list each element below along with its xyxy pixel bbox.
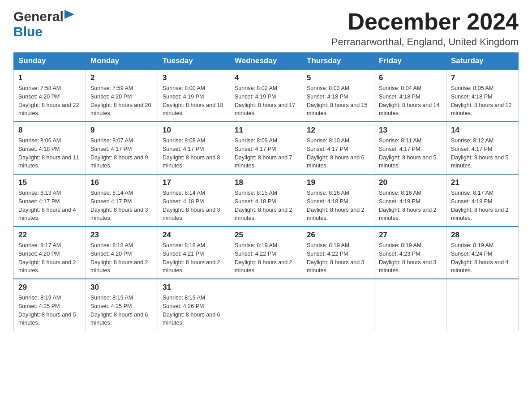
svg-marker-0 bbox=[64, 10, 74, 19]
calendar-cell bbox=[302, 279, 374, 331]
day-number: 20 bbox=[379, 178, 442, 187]
day-number: 18 bbox=[235, 178, 297, 187]
day-info: Sunrise: 8:19 AMSunset: 4:22 PMDaylight:… bbox=[235, 242, 292, 274]
day-number: 4 bbox=[235, 73, 297, 82]
calendar-cell: 1Sunrise: 7:58 AMSunset: 4:20 PMDaylight… bbox=[14, 69, 86, 122]
month-title: December 2024 bbox=[331, 9, 519, 34]
day-info: Sunrise: 8:03 AMSunset: 4:18 PMDaylight:… bbox=[307, 85, 368, 116]
day-number: 13 bbox=[379, 126, 442, 135]
calendar-cell: 31Sunrise: 8:19 AMSunset: 4:26 PMDayligh… bbox=[158, 279, 230, 331]
day-info: Sunrise: 8:07 AMSunset: 4:17 PMDaylight:… bbox=[90, 137, 148, 169]
day-number: 9 bbox=[90, 126, 153, 135]
day-number: 8 bbox=[18, 126, 81, 135]
calendar-cell: 23Sunrise: 8:18 AMSunset: 4:20 PMDayligh… bbox=[86, 227, 158, 279]
day-number: 27 bbox=[379, 231, 442, 240]
calendar-cell: 12Sunrise: 8:10 AMSunset: 4:17 PMDayligh… bbox=[302, 122, 374, 174]
calendar-week-2: 8Sunrise: 8:06 AMSunset: 4:18 PMDaylight… bbox=[14, 122, 519, 174]
day-number: 28 bbox=[451, 231, 514, 240]
day-info: Sunrise: 8:16 AMSunset: 4:19 PMDaylight:… bbox=[379, 190, 437, 221]
day-number: 1 bbox=[18, 73, 81, 82]
header-friday: Friday bbox=[374, 53, 446, 70]
day-number: 5 bbox=[307, 73, 369, 82]
day-info: Sunrise: 8:04 AMSunset: 4:18 PMDaylight:… bbox=[379, 85, 440, 116]
day-info: Sunrise: 8:19 AMSunset: 4:26 PMDaylight:… bbox=[163, 295, 220, 326]
calendar-cell bbox=[374, 279, 446, 331]
calendar-table: SundayMondayTuesdayWednesdayThursdayFrid… bbox=[13, 52, 519, 331]
day-info: Sunrise: 8:09 AMSunset: 4:17 PMDaylight:… bbox=[235, 137, 292, 169]
day-number: 12 bbox=[307, 126, 369, 135]
day-number: 30 bbox=[90, 283, 153, 292]
calendar-cell: 5Sunrise: 8:03 AMSunset: 4:18 PMDaylight… bbox=[302, 69, 374, 122]
day-number: 29 bbox=[18, 283, 81, 292]
day-info: Sunrise: 8:15 AMSunset: 4:18 PMDaylight:… bbox=[235, 190, 292, 221]
day-info: Sunrise: 8:05 AMSunset: 4:18 PMDaylight:… bbox=[451, 85, 512, 116]
header-thursday: Thursday bbox=[302, 53, 374, 70]
calendar-week-3: 15Sunrise: 8:13 AMSunset: 4:17 PMDayligh… bbox=[14, 174, 519, 227]
page-header: General Blue December 2024 Perranarworth… bbox=[13, 9, 519, 48]
day-number: 2 bbox=[90, 73, 153, 82]
calendar-cell: 15Sunrise: 8:13 AMSunset: 4:17 PMDayligh… bbox=[14, 174, 86, 227]
day-number: 24 bbox=[163, 231, 225, 240]
day-number: 31 bbox=[163, 283, 225, 292]
day-number: 25 bbox=[235, 231, 297, 240]
calendar-cell: 28Sunrise: 8:19 AMSunset: 4:24 PMDayligh… bbox=[446, 227, 519, 279]
calendar-cell: 16Sunrise: 8:14 AMSunset: 4:17 PMDayligh… bbox=[86, 174, 158, 227]
header-saturday: Saturday bbox=[446, 53, 519, 70]
header-sunday: Sunday bbox=[14, 53, 86, 70]
day-info: Sunrise: 8:14 AMSunset: 4:18 PMDaylight:… bbox=[163, 190, 220, 221]
calendar-cell: 17Sunrise: 8:14 AMSunset: 4:18 PMDayligh… bbox=[158, 174, 230, 227]
day-info: Sunrise: 8:19 AMSunset: 4:25 PMDaylight:… bbox=[18, 295, 76, 326]
day-number: 14 bbox=[451, 126, 514, 135]
header-monday: Monday bbox=[86, 53, 158, 70]
day-number: 16 bbox=[90, 178, 153, 187]
calendar-cell bbox=[446, 279, 519, 331]
title-section: December 2024 Perranarworthal, England, … bbox=[331, 9, 519, 48]
calendar-cell: 3Sunrise: 8:00 AMSunset: 4:19 PMDaylight… bbox=[158, 69, 230, 122]
day-info: Sunrise: 8:00 AMSunset: 4:19 PMDaylight:… bbox=[163, 85, 223, 116]
calendar-week-4: 22Sunrise: 8:17 AMSunset: 4:20 PMDayligh… bbox=[14, 227, 519, 279]
day-info: Sunrise: 8:08 AMSunset: 4:17 PMDaylight:… bbox=[163, 137, 220, 169]
day-number: 17 bbox=[163, 178, 225, 187]
day-number: 26 bbox=[307, 231, 369, 240]
day-number: 6 bbox=[379, 73, 442, 82]
calendar-cell: 13Sunrise: 8:11 AMSunset: 4:17 PMDayligh… bbox=[374, 122, 446, 174]
calendar-cell: 7Sunrise: 8:05 AMSunset: 4:18 PMDaylight… bbox=[446, 69, 519, 122]
day-number: 7 bbox=[451, 73, 514, 82]
day-info: Sunrise: 8:13 AMSunset: 4:17 PMDaylight:… bbox=[18, 190, 76, 221]
calendar-header-row: SundayMondayTuesdayWednesdayThursdayFrid… bbox=[14, 53, 519, 70]
calendar-week-5: 29Sunrise: 8:19 AMSunset: 4:25 PMDayligh… bbox=[14, 279, 519, 331]
day-info: Sunrise: 8:17 AMSunset: 4:19 PMDaylight:… bbox=[451, 190, 509, 221]
calendar-cell: 20Sunrise: 8:16 AMSunset: 4:19 PMDayligh… bbox=[374, 174, 446, 227]
day-number: 11 bbox=[235, 126, 297, 135]
day-number: 22 bbox=[18, 231, 81, 240]
calendar-week-1: 1Sunrise: 7:58 AMSunset: 4:20 PMDaylight… bbox=[14, 69, 519, 122]
calendar-cell: 27Sunrise: 8:19 AMSunset: 4:23 PMDayligh… bbox=[374, 227, 446, 279]
day-info: Sunrise: 8:12 AMSunset: 4:17 PMDaylight:… bbox=[451, 137, 509, 169]
calendar-cell: 8Sunrise: 8:06 AMSunset: 4:18 PMDaylight… bbox=[14, 122, 86, 174]
day-number: 19 bbox=[307, 178, 369, 187]
calendar-cell: 19Sunrise: 8:16 AMSunset: 4:18 PMDayligh… bbox=[302, 174, 374, 227]
day-info: Sunrise: 8:14 AMSunset: 4:17 PMDaylight:… bbox=[90, 190, 148, 221]
calendar-cell: 29Sunrise: 8:19 AMSunset: 4:25 PMDayligh… bbox=[14, 279, 86, 331]
calendar-cell: 18Sunrise: 8:15 AMSunset: 4:18 PMDayligh… bbox=[230, 174, 302, 227]
logo-general-text: General bbox=[13, 9, 64, 24]
day-info: Sunrise: 8:17 AMSunset: 4:20 PMDaylight:… bbox=[18, 242, 76, 274]
calendar-cell: 6Sunrise: 8:04 AMSunset: 4:18 PMDaylight… bbox=[374, 69, 446, 122]
day-number: 15 bbox=[18, 178, 81, 187]
header-tuesday: Tuesday bbox=[158, 53, 230, 70]
calendar-cell: 24Sunrise: 8:18 AMSunset: 4:21 PMDayligh… bbox=[158, 227, 230, 279]
day-info: Sunrise: 8:02 AMSunset: 4:19 PMDaylight:… bbox=[235, 85, 296, 116]
day-number: 21 bbox=[451, 178, 514, 187]
location-title: Perranarworthal, England, United Kingdom bbox=[331, 36, 519, 48]
calendar-cell: 30Sunrise: 8:19 AMSunset: 4:25 PMDayligh… bbox=[86, 279, 158, 331]
day-number: 10 bbox=[163, 126, 225, 135]
calendar-cell: 10Sunrise: 8:08 AMSunset: 4:17 PMDayligh… bbox=[158, 122, 230, 174]
day-number: 23 bbox=[90, 231, 153, 240]
day-info: Sunrise: 8:19 AMSunset: 4:23 PMDaylight:… bbox=[379, 242, 437, 274]
day-info: Sunrise: 8:11 AMSunset: 4:17 PMDaylight:… bbox=[379, 137, 437, 169]
calendar-cell: 14Sunrise: 8:12 AMSunset: 4:17 PMDayligh… bbox=[446, 122, 519, 174]
calendar-cell: 21Sunrise: 8:17 AMSunset: 4:19 PMDayligh… bbox=[446, 174, 519, 227]
day-info: Sunrise: 8:19 AMSunset: 4:22 PMDaylight:… bbox=[307, 242, 365, 274]
logo-flag-icon bbox=[64, 10, 74, 21]
calendar-cell: 22Sunrise: 8:17 AMSunset: 4:20 PMDayligh… bbox=[14, 227, 86, 279]
